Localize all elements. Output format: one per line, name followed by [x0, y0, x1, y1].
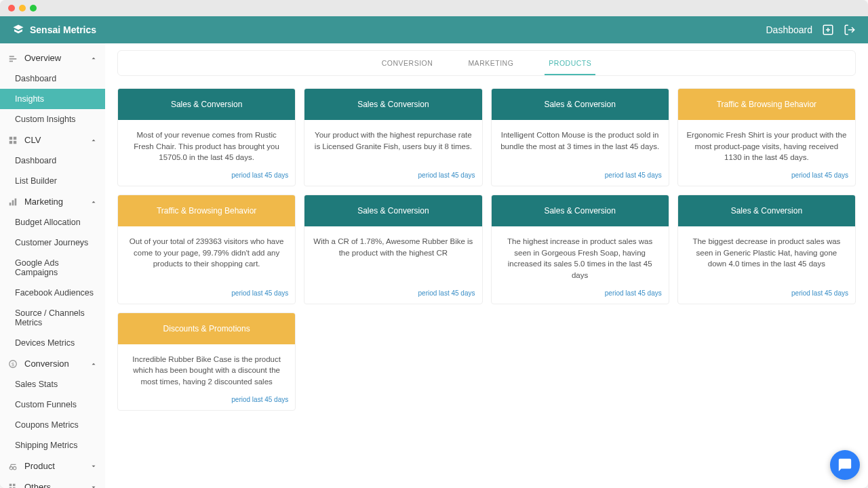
insight-cards-grid: Sales & ConversionMost of your revenue c…: [117, 88, 856, 411]
topbar: Sensai Metrics Dashboard: [0, 16, 868, 43]
sidebar-section-label: Marketing: [24, 197, 63, 207]
sidebar-section-conversion[interactable]: $Conversion: [0, 353, 105, 374]
svg-rect-18: [9, 483, 12, 486]
tab-conversion[interactable]: CONVERSION: [378, 51, 437, 75]
sidebar-item-custom-insights[interactable]: Custom Insights: [0, 109, 105, 129]
window-maximize-button[interactable]: [30, 5, 37, 12]
sidebar-section-marketing[interactable]: Marketing: [0, 191, 105, 212]
card-heading: Traffic & Browsing Behavior: [118, 195, 295, 226]
svg-text:$: $: [12, 361, 14, 366]
brand[interactable]: Sensai Metrics: [12, 24, 96, 36]
sidebar-section-clv[interactable]: CLV: [0, 129, 105, 150]
svg-rect-10: [14, 140, 16, 143]
card-heading: Traffic & Browsing Behavior: [678, 89, 855, 120]
topbar-dashboard-link[interactable]: Dashboard: [766, 24, 813, 35]
chevron-down-icon: [90, 463, 97, 470]
app-body: OverviewDashboardInsightsCustom Insights…: [0, 43, 868, 488]
card-period: period last 45 days: [118, 392, 295, 410]
sidebar-item-custom-funnels[interactable]: Custom Funnels: [0, 394, 105, 415]
brand-name: Sensai Metrics: [30, 24, 96, 35]
window-close-button[interactable]: [8, 5, 15, 12]
sidebar-section-overview[interactable]: Overview: [0, 47, 105, 68]
svg-rect-12: [12, 200, 14, 205]
chat-fab[interactable]: [830, 450, 860, 480]
svg-rect-13: [15, 198, 17, 205]
window-minimize-button[interactable]: [19, 5, 26, 12]
card-body: Ergonomic Fresh Shirt is your product wi…: [678, 120, 855, 167]
topbar-right: Dashboard: [766, 24, 856, 36]
insight-card[interactable]: Sales & ConversionYour product with the …: [304, 88, 482, 186]
app-root: Sensai Metrics Dashboard OverviewDashboa…: [0, 16, 868, 488]
card-body: Out of your total of 239363 visitors who…: [118, 226, 295, 285]
sidebar-section-product[interactable]: Product: [0, 455, 105, 476]
sidebar: OverviewDashboardInsightsCustom Insights…: [0, 43, 105, 488]
card-heading: Sales & Conversion: [304, 195, 481, 226]
svg-point-17: [13, 466, 16, 469]
sidebar-item-devices-metrics[interactable]: Devices Metrics: [0, 333, 105, 353]
card-period: period last 45 days: [492, 167, 669, 186]
window-frame: Sensai Metrics Dashboard OverviewDashboa…: [0, 0, 868, 488]
chevron-up-icon: [90, 199, 97, 205]
svg-rect-9: [9, 140, 12, 143]
tabs-container: CONVERSIONMARKETINGPRODUCTS: [117, 50, 856, 76]
insight-card[interactable]: Sales & ConversionMost of your revenue c…: [117, 88, 296, 186]
sidebar-item-budget-allocation[interactable]: Budget Allocation: [0, 212, 105, 232]
card-heading: Sales & Conversion: [492, 89, 669, 120]
sidebar-item-facebook-audiences[interactable]: Facebook Audiences: [0, 283, 105, 303]
card-body: The biggest decrease in product sales wa…: [678, 226, 855, 285]
tab-products[interactable]: PRODUCTS: [545, 51, 595, 75]
tabs: CONVERSIONMARKETINGPRODUCTS: [118, 51, 855, 75]
insight-card[interactable]: Discounts & PromotionsIncredible Rubber …: [117, 312, 296, 411]
sidebar-item-dashboard[interactable]: Dashboard: [0, 150, 105, 171]
sidebar-item-dashboard[interactable]: Dashboard: [0, 68, 105, 89]
card-period: period last 45 days: [492, 285, 669, 304]
sidebar-section-label: CLV: [24, 135, 41, 145]
card-heading: Sales & Conversion: [492, 195, 669, 226]
card-body: Incredible Rubber Bike Case is the produ…: [118, 344, 295, 392]
section-icon: [8, 483, 18, 489]
sidebar-item-google-ads-campaigns[interactable]: Google Ads Campaigns: [0, 253, 105, 283]
sidebar-item-customer-journeys[interactable]: Customer Journeys: [0, 232, 105, 253]
insight-card[interactable]: Sales & ConversionIntelligent Cotton Mou…: [491, 88, 669, 186]
insight-card[interactable]: Sales & ConversionThe highest increase i…: [491, 195, 669, 304]
sidebar-item-list-builder[interactable]: List Builder: [0, 171, 105, 191]
card-body: With a CR of 1.78%, Awesome Rubber Bike …: [304, 226, 481, 285]
add-widget-icon[interactable]: [822, 24, 834, 36]
insight-card[interactable]: Traffic & Browsing BehaviorOut of your t…: [117, 195, 296, 304]
main-content: CONVERSIONMARKETINGPRODUCTS Sales & Conv…: [105, 43, 868, 488]
sidebar-item-coupons-metrics[interactable]: Coupons Metrics: [0, 415, 105, 435]
svg-rect-5: [9, 58, 17, 60]
insight-card[interactable]: Sales & ConversionThe biggest decrease i…: [677, 195, 856, 304]
card-body: Intelligent Cotton Mouse is the product …: [492, 120, 669, 167]
card-period: period last 45 days: [118, 167, 295, 186]
chevron-up-icon: [90, 137, 97, 144]
card-body: Your product with the highest repurchase…: [304, 120, 481, 167]
sidebar-section-others[interactable]: Others: [0, 476, 105, 488]
card-body: The highest increase in product sales wa…: [492, 226, 669, 285]
sidebar-section-label: Product: [24, 461, 55, 471]
logout-icon[interactable]: [844, 24, 856, 36]
card-body: Most of your revenue comes from Rustic F…: [118, 120, 295, 167]
tab-marketing[interactable]: MARKETING: [464, 51, 517, 75]
sidebar-section-label: Conversion: [24, 359, 69, 369]
chevron-up-icon: [90, 55, 97, 62]
sidebar-section-label: Overview: [24, 53, 61, 63]
sidebar-item-source-channels-metrics[interactable]: Source / Channels Metrics: [0, 303, 105, 333]
sidebar-item-sales-stats[interactable]: Sales Stats: [0, 374, 105, 394]
card-heading: Sales & Conversion: [678, 195, 855, 226]
card-heading: Sales & Conversion: [304, 89, 481, 120]
section-icon: [8, 197, 18, 207]
window-titlebar: [0, 0, 868, 16]
card-heading: Discounts & Promotions: [118, 313, 295, 344]
chevron-down-icon: [90, 484, 97, 489]
card-period: period last 45 days: [304, 285, 481, 304]
brand-icon: [12, 24, 24, 36]
sidebar-item-shipping-metrics[interactable]: Shipping Metrics: [0, 435, 105, 455]
svg-rect-6: [9, 60, 13, 62]
insight-card[interactable]: Traffic & Browsing BehaviorErgonomic Fre…: [677, 88, 856, 186]
sidebar-item-insights[interactable]: Insights: [0, 89, 105, 109]
insight-card[interactable]: Sales & ConversionWith a CR of 1.78%, Aw…: [304, 195, 482, 304]
section-icon: [8, 54, 18, 63]
svg-rect-11: [9, 202, 12, 205]
sidebar-section-label: Others: [24, 482, 51, 488]
